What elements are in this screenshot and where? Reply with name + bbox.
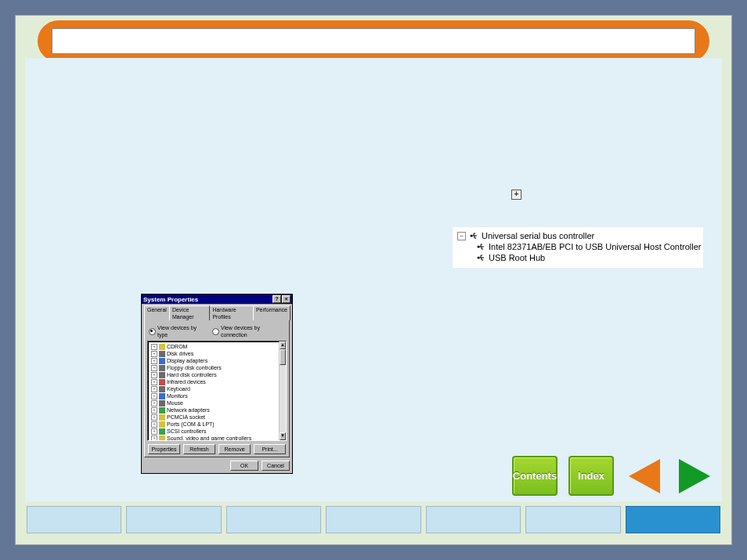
usb-tree-child[interactable]: USB Root Hub [457,252,698,263]
usb-tree-child[interactable]: Intel 82371AB/EB PCI to USB Universal Ho… [457,241,698,252]
index-button[interactable]: Index [568,456,614,496]
tab-performance[interactable]: Performance [253,305,290,320]
device-category-icon [159,386,165,392]
device-tree-label: Keyboard [167,385,190,392]
previous-button[interactable] [625,458,664,493]
device-tree-label: Ports (COM & LPT) [167,421,215,428]
tree-expand-icon[interactable]: + [151,372,157,378]
device-tree-item[interactable]: +Sound, video and game controllers [150,435,286,441]
device-tree-item[interactable]: +SCSI controllers [150,428,286,435]
progress-segment[interactable] [426,506,521,533]
tree-collapse-icon[interactable]: − [457,232,466,240]
usb-child-label: USB Root Hub [489,252,545,263]
device-tree-label: CDROM [167,343,187,350]
tree-expand-icon[interactable]: + [151,421,157,428]
device-tree-item[interactable]: +Disk drives [150,350,286,357]
device-tree-item[interactable]: +Display adapters [150,357,286,364]
device-tree-item[interactable]: +Floppy disk controllers [150,364,286,371]
device-tree-label: Monitors [167,392,188,399]
device-category-icon [159,393,165,399]
usb-controller-icon [469,231,478,240]
device-tree-label: PCMCIA socket [167,414,205,421]
usb-child-label: Intel 82371AB/EB PCI to USB Universal Ho… [489,241,701,252]
device-category-icon [159,379,165,385]
close-button[interactable]: × [282,295,290,303]
progress-segment[interactable] [226,506,321,533]
radio-label: View devices by connection [221,324,287,338]
tree-expand-icon[interactable]: + [151,400,157,406]
device-tree-item[interactable]: +CDROM [150,343,286,350]
scroll-thumb[interactable] [280,349,286,365]
triangle-left-icon [629,459,660,493]
system-properties-dialog: System Properties ? × General Device Man… [141,294,293,474]
bottom-progress-bar [27,506,720,533]
usb-tree-root[interactable]: − Universal serial bus controller [457,230,698,241]
device-tree-label: Disk drives [167,350,193,357]
progress-segment-active[interactable] [626,506,720,533]
device-tree-item[interactable]: +Keyboard [150,385,286,392]
tree-expand-icon[interactable]: + [151,435,157,442]
tree-expand-icon[interactable]: + [151,414,157,421]
device-category-icon [159,351,165,357]
device-tree-label: Infrared devices [167,378,206,385]
contents-button[interactable]: Contents [512,456,558,496]
device-tree[interactable]: +CDROM+Disk drives+Display adapters+Flop… [147,341,287,441]
help-button[interactable]: ? [272,295,281,303]
tree-expand-icon[interactable]: + [151,407,157,414]
tab-general[interactable]: General [144,305,170,320]
tree-expand-icon[interactable]: + [151,379,157,385]
progress-segment[interactable] [525,506,620,533]
device-tree-label: Sound, video and game controllers [167,435,251,441]
device-category-icon [159,372,165,378]
expand-plus-icon[interactable]: + [511,190,521,200]
tree-expand-icon[interactable]: + [151,358,157,364]
dialog-titlebar[interactable]: System Properties ? × [142,294,292,304]
device-tree-item[interactable]: +Hard disk controllers [150,371,286,378]
progress-segment[interactable] [326,506,420,533]
header-title-field [52,28,695,54]
radio-dot-icon [149,328,156,335]
scroll-up-icon[interactable]: ▲ [280,341,286,349]
device-tree-label: Hard disk controllers [167,371,217,378]
device-tree-item[interactable]: +Mouse [150,399,286,406]
device-tree-item[interactable]: +Infrared devices [150,378,286,385]
tab-panel: View devices by type View devices by con… [144,320,290,457]
radio-view-by-connection[interactable]: View devices by connection [212,324,287,338]
device-category-icon [159,400,165,406]
tab-hardware-profiles[interactable]: Hardware Profiles [209,305,254,320]
radio-view-by-type[interactable]: View devices by type [149,324,208,338]
triangle-right-icon [679,459,710,493]
ok-button[interactable]: OK [230,461,258,471]
usb-device-icon [476,253,485,262]
scroll-down-icon[interactable]: ▼ [280,432,286,440]
device-category-icon [159,407,165,414]
tab-device-manager[interactable]: Device Manager [169,305,210,320]
tree-expand-icon[interactable]: + [151,365,157,371]
device-category-icon [159,435,165,442]
radio-label: View devices by type [157,324,208,338]
refresh-button[interactable]: Refresh [183,444,215,454]
device-tree-item[interactable]: +Network adapters [150,406,286,414]
device-tree-item[interactable]: +PCMCIA socket [150,414,286,421]
print-button[interactable]: Print... [254,444,286,454]
properties-button[interactable]: Properties [148,444,180,454]
device-tree-label: Network adapters [167,406,210,414]
device-tree-item[interactable]: +Ports (COM & LPT) [150,421,286,428]
tree-expand-icon[interactable]: + [151,344,157,350]
tree-expand-icon[interactable]: + [151,428,157,435]
device-tree-label: Display adapters [167,357,208,364]
progress-segment[interactable] [27,506,121,533]
progress-segment[interactable] [126,506,221,533]
tree-expand-icon[interactable]: + [151,393,157,399]
tree-scrollbar[interactable]: ▲ ▼ [279,341,286,440]
tree-expand-icon[interactable]: + [151,351,157,357]
cancel-button[interactable]: Cancel [262,461,290,471]
radio-dot-icon [212,328,219,335]
next-button[interactable] [675,458,714,493]
remove-button[interactable]: Remove [218,444,251,454]
usb-root-label: Universal serial bus controller [482,230,594,241]
page-frame: + − Universal serial bus controller Inte… [15,15,732,545]
tree-expand-icon[interactable]: + [151,386,157,392]
device-tree-item[interactable]: +Monitors [150,392,286,399]
device-tree-label: SCSI controllers [167,428,207,435]
